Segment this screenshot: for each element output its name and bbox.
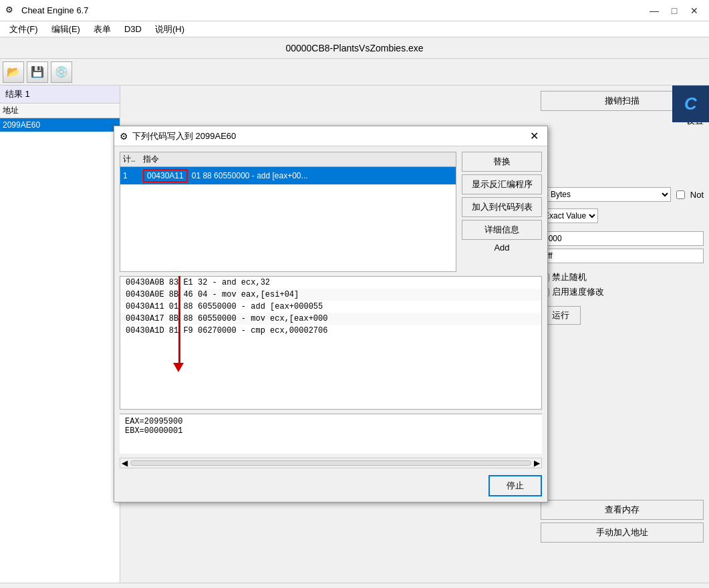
row-instruction: 01 88 60550000 - add [eax+00...: [192, 171, 453, 180]
dialog-icon: ⚙: [120, 131, 128, 142]
speed-modify-text: 启用速度修改: [552, 286, 604, 298]
scan-type-row: Exact Value: [541, 208, 704, 223]
dialog-top-section: 计.. 指令 1 00430A11 01 88 60550000 - add […: [120, 152, 542, 272]
reg-ebx: EBX=00000001: [125, 426, 537, 436]
result-address: 2099AE60: [3, 120, 40, 130]
process-title-bar: 00000CB8-PlantsVsZombies.exe: [0, 37, 709, 59]
arrow-head: [173, 363, 184, 372]
run-area: 运行: [541, 306, 704, 325]
register-panel: EAX=20995900 EBX=00000001: [120, 414, 542, 454]
dialog-right-buttons: 替换 显示反汇编程序 加入到代码列表 详细信息 Add: [462, 152, 542, 272]
code-dialog: ⚙ 下列代码写入到 2099AE60 ✕ 计.. 指令 1 00430A11 0…: [114, 126, 548, 502]
col-count-header: 计..: [123, 154, 143, 165]
menu-bar: 文件(F) 编辑(E) 表单 D3D 说明(H): [0, 21, 709, 37]
dialog-bottom-row: 停止: [120, 472, 542, 496]
scroll-right-icon[interactable]: ▶: [534, 458, 540, 468]
no-random-text: 禁止随机: [552, 271, 587, 283]
arrow-line: [178, 276, 180, 364]
disasm-line-2: 00430A0E 8B 46 04 - mov eax,[esi+04]: [120, 289, 541, 301]
stop-button[interactable]: 停止: [488, 475, 542, 496]
add-to-code-list-button[interactable]: 加入到代码列表: [462, 197, 542, 217]
disasm-line-4: 00430A17 8B 88 60550000 - mov ecx,[eax+0…: [120, 313, 541, 325]
disasm-line-5: 00430A1D 81 F9 06270000 - cmp ecx,000027…: [120, 325, 541, 337]
scan-type-select[interactable]: Exact Value: [541, 208, 598, 223]
left-panel: 结果 1 地址 2099AE60: [0, 86, 120, 583]
not-area: 4 Bytes 替换 Not: [541, 187, 704, 202]
code-table-header: 计.. 指令: [120, 152, 456, 167]
checkboxes-area: 禁止随机 启用速度修改: [541, 271, 704, 298]
manual-add-button[interactable]: 手动加入地址: [541, 523, 704, 543]
code-table: 计.. 指令 1 00430A11 01 88 60550000 - add […: [120, 152, 456, 272]
value-type-select[interactable]: 4 Bytes: [541, 187, 671, 202]
result-row[interactable]: 2099AE60: [0, 118, 120, 132]
not-checkbox[interactable]: [676, 190, 685, 199]
app-title: Cheat Engine 6.7: [21, 5, 645, 15]
disasm-line-1: 00430A0B 83 E1 32 - and ecx,32: [120, 277, 541, 289]
close-button[interactable]: ✕: [685, 3, 704, 19]
replace-button[interactable]: 替换: [462, 152, 542, 172]
value-input-2[interactable]: [541, 249, 704, 263]
toolbar-save2[interactable]: 💿: [51, 61, 72, 83]
code-table-row[interactable]: 1 00430A11 01 88 60550000 - add [eax+00.…: [120, 167, 456, 184]
not-text-label: Not: [690, 190, 704, 200]
dialog-body: 计.. 指令 1 00430A11 01 88 60550000 - add […: [114, 146, 547, 502]
col-address-header: 地址: [3, 105, 117, 116]
dialog-title-bar: ⚙ 下列代码写入到 2099AE60 ✕: [114, 126, 547, 146]
value-input-1[interactable]: [541, 231, 704, 246]
bottom-right-buttons: 查看内存 手动加入地址: [541, 500, 704, 543]
app-icon: ⚙: [5, 5, 17, 17]
scroll-left-icon[interactable]: ◀: [122, 458, 128, 468]
menu-table[interactable]: 表单: [87, 22, 118, 37]
speed-modify-label: 启用速度修改: [541, 286, 704, 298]
add-text-label: Add: [462, 243, 542, 253]
window-controls: — □ ✕: [645, 3, 704, 19]
value-inputs: [541, 231, 704, 263]
menu-file[interactable]: 文件(F): [3, 22, 45, 37]
h-scrollbar[interactable]: ◀ ▶: [120, 458, 542, 468]
disasm-panel: 00430A0B 83 E1 32 - and ecx,32 00430A0E …: [120, 276, 542, 410]
ce-logo: C: [672, 86, 709, 122]
scroll-track: [130, 460, 531, 466]
minimize-button[interactable]: —: [645, 3, 664, 19]
main-area: 结果 1 地址 2099AE60 撤销扫描 设置 C 4 Bytes 替换 No…: [0, 86, 709, 583]
menu-d3d[interactable]: D3D: [118, 23, 148, 35]
toolbar: 📂 💾 💿: [0, 59, 709, 86]
no-random-label: 禁止随机: [541, 271, 704, 283]
toolbar-save[interactable]: 💾: [27, 61, 48, 83]
bottom-area: 锁定 描述: [0, 583, 709, 588]
row-num: 1: [123, 171, 143, 180]
dialog-close-button[interactable]: ✕: [526, 129, 542, 144]
menu-edit[interactable]: 编辑(E): [45, 22, 87, 37]
results-columns: 地址: [0, 104, 120, 118]
toolbar-open[interactable]: 📂: [3, 61, 24, 83]
process-title: 00000CB8-PlantsVsZombies.exe: [285, 43, 423, 53]
reg-eax: EAX=20995900: [125, 417, 537, 426]
menu-help[interactable]: 说明(H): [148, 22, 191, 37]
show-disasm-button[interactable]: 显示反汇编程序: [462, 174, 542, 194]
row-addr-box: 00430A11: [143, 169, 188, 182]
dialog-title: 下列代码写入到 2099AE60: [132, 130, 526, 142]
col-instruction-header: 指令: [143, 154, 453, 165]
maximize-button[interactable]: □: [665, 3, 684, 19]
results-header: 结果 1: [0, 86, 120, 104]
view-memory-button[interactable]: 查看内存: [541, 500, 704, 520]
title-bar: ⚙ Cheat Engine 6.7 — □ ✕: [0, 0, 709, 21]
disasm-line-3: 00430A11 01 88 60550000 - add [eax+00005…: [120, 301, 541, 313]
disasm-container: 00430A0B 83 E1 32 - and ecx,32 00430A0E …: [120, 276, 542, 410]
details-button[interactable]: 详细信息: [462, 220, 542, 240]
right-panel: 撤销扫描 设置 C 4 Bytes 替换 Not Exact Value: [535, 86, 709, 583]
